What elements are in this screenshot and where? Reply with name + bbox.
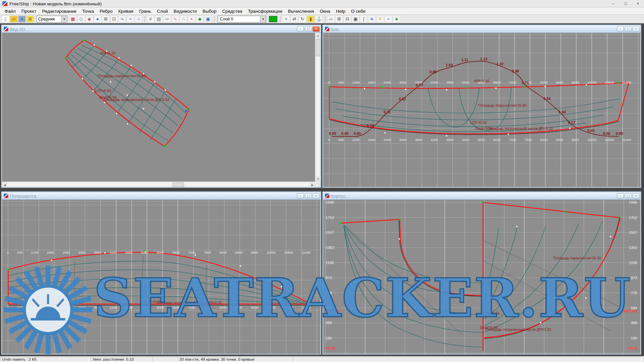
restore-button[interactable]: ▢ (305, 193, 312, 199)
menu-item[interactable]: Видимости (171, 8, 200, 14)
window-bodyplan-view: Корпус. – ▢ × (323, 192, 641, 355)
dropdown-arrow-icon: ▾ (61, 16, 67, 22)
scroll-right-icon: ▶ (310, 182, 315, 187)
minimize-button[interactable]: – (297, 193, 304, 199)
layer-value: Слой 0 (220, 17, 233, 21)
freeship-icon (4, 27, 8, 31)
globe-icon[interactable]: ● (94, 15, 101, 22)
statusbar: Undo память : 2 Кб.Увел. расстояние: 0.1… (0, 356, 644, 362)
toolbar-separator (325, 16, 325, 22)
toolbar-separator (145, 16, 145, 22)
monitor-icon[interactable]: ▣ (204, 15, 212, 22)
side-view-canvas[interactable]: 0600120018002400300036004200480054006000… (323, 33, 640, 187)
view3d-canvas[interactable]: KM=2.16 Площадь парусности=16.50 LCF=5.5… (2, 33, 320, 187)
save-icon[interactable]: ▪ (18, 15, 26, 22)
intersections-icon[interactable]: # (147, 15, 154, 22)
freeship-icon (325, 194, 329, 198)
menu-item[interactable]: Проект (18, 8, 39, 14)
restore-button[interactable]: ▢ (625, 193, 632, 199)
copy-icon[interactable]: ▣ (352, 15, 359, 22)
halfbreadth-drawing (2, 200, 320, 354)
window-side-view: Бок. – ▢ × (323, 24, 641, 188)
menu-item[interactable]: Окна (317, 8, 333, 14)
menu-item[interactable]: Трансформации (245, 8, 285, 14)
menubar: ФайлПроектРедактированиеТочкаРеброКривая… (0, 7, 644, 15)
shapes-icon[interactable]: ▧ (155, 15, 162, 22)
developable-icon[interactable]: ◆ (196, 15, 204, 22)
menu-item[interactable]: Кривая (115, 8, 136, 14)
hydrostatics-icon[interactable]: ≋ (368, 15, 376, 22)
layer-select[interactable]: Слой 0 ▾ (218, 15, 266, 22)
freeship-icon (4, 194, 8, 198)
menu-item[interactable]: О себе (348, 8, 368, 14)
grid-numbers-icon[interactable]: ⊡ (110, 15, 118, 22)
mirror-icon[interactable]: ⇄ (290, 15, 298, 22)
minimize-button[interactable]: – (617, 26, 624, 32)
tree-icon[interactable]: ♣ (393, 15, 400, 22)
rotate-icon[interactable]: ↻ (299, 15, 306, 22)
sections-icon[interactable]: ∿ (118, 15, 126, 22)
menu-item[interactable]: Вычисления (285, 8, 317, 14)
minimize-button[interactable]: – (617, 193, 624, 199)
menu-item[interactable]: Выбор (200, 8, 219, 14)
integrate-icon[interactable]: ∫ (360, 15, 367, 22)
maximize-button[interactable]: □ (620, 0, 632, 7)
restore-button[interactable]: ▢ (305, 26, 312, 32)
freeship-icon (325, 27, 329, 31)
plane-icon[interactable]: ▱ (327, 15, 335, 22)
close-button[interactable]: × (632, 0, 644, 7)
move-icon[interactable]: + (282, 15, 290, 22)
dropdown-arrow-icon: ▾ (260, 16, 266, 22)
menu-item[interactable]: Help (333, 8, 348, 14)
control-net-icon[interactable]: ▦ (69, 15, 77, 22)
ruler-icon[interactable]: ═ (163, 15, 171, 22)
menu-item[interactable]: Ребро (97, 8, 115, 14)
precision-select[interactable]: Средняя ▾ (36, 15, 67, 22)
minimize-button[interactable]: – (297, 26, 304, 32)
menu-item[interactable]: Редактирование (39, 8, 80, 14)
spline-icon[interactable]: ∿ (171, 15, 179, 22)
menu-item[interactable]: Грань (136, 8, 154, 14)
crease-edges-icon[interactable]: ◈ (86, 15, 93, 22)
halfbreadth-canvas[interactable]: 0600120018002400300036004200480054006000… (2, 200, 320, 354)
vertical-scrollbar[interactable]: ▲ ▼ (315, 33, 320, 182)
restore-button[interactable]: ▢ (625, 26, 632, 32)
close-button[interactable]: × (312, 26, 319, 32)
lock-icon[interactable]: ▮ (307, 15, 314, 22)
layer-color-swatch[interactable] (269, 16, 277, 22)
subtract-box-icon[interactable]: ⊟ (343, 15, 351, 22)
view3d-title: Вид 3D. (10, 27, 26, 32)
minimize-button[interactable]: – (607, 0, 620, 7)
close-button[interactable]: × (633, 193, 640, 199)
menu-item[interactable]: Слой (154, 8, 171, 14)
curvature-icon[interactable]: ∩ (135, 15, 142, 22)
horizontal-scrollbar[interactable]: ◀ ▶ (2, 182, 315, 187)
close-button[interactable]: × (312, 193, 319, 199)
sun-icon[interactable]: ☀ (376, 15, 384, 22)
wireframe-icon[interactable]: ◇ (77, 15, 85, 22)
points-icon[interactable]: ∴ (180, 15, 187, 22)
add-box-icon[interactable]: ⊞ (335, 15, 343, 22)
crosshair-icon[interactable]: + (385, 15, 392, 22)
status-segment: Увел. расстояние: 0.10 (90, 357, 152, 362)
side-titlebar[interactable]: Бок. – ▢ × (323, 25, 640, 33)
titlebar[interactable]: Free!Ship : Новая модель.fbm (изменённый… (0, 0, 644, 7)
status-segment: 20 пов-сти, 49 кромки, 30 точки, 0 кривы… (178, 357, 293, 362)
scroll-left-icon: ◀ (2, 182, 7, 187)
anchor-icon[interactable]: ⚓ (315, 15, 323, 22)
close-button[interactable]: × (633, 26, 640, 32)
menu-item[interactable]: Точка (79, 8, 97, 14)
view3d-titlebar[interactable]: Вид 3D. – ▢ × (2, 25, 320, 33)
menu-item[interactable]: Файл (2, 8, 18, 14)
menu-item[interactable]: Средства (219, 8, 245, 14)
bodyplan-canvas[interactable]: 19461752155713621168973778584389195 1946… (323, 200, 640, 354)
bodyplan-titlebar[interactable]: Корпус. – ▢ × (323, 192, 640, 200)
halfbreadth-titlebar[interactable]: Полуширота. – ▢ × (2, 192, 320, 200)
grid-icon[interactable]: ⊞ (102, 15, 110, 22)
export-icon[interactable]: ≣ (26, 15, 34, 22)
delete-icon[interactable]: × (188, 15, 195, 22)
scroll-down-icon: ▼ (315, 176, 320, 182)
new-file-icon[interactable]: ▯ (2, 15, 9, 22)
waterlines-icon[interactable]: ≈ (127, 15, 134, 22)
open-folder-icon[interactable]: ▱ (10, 15, 17, 22)
